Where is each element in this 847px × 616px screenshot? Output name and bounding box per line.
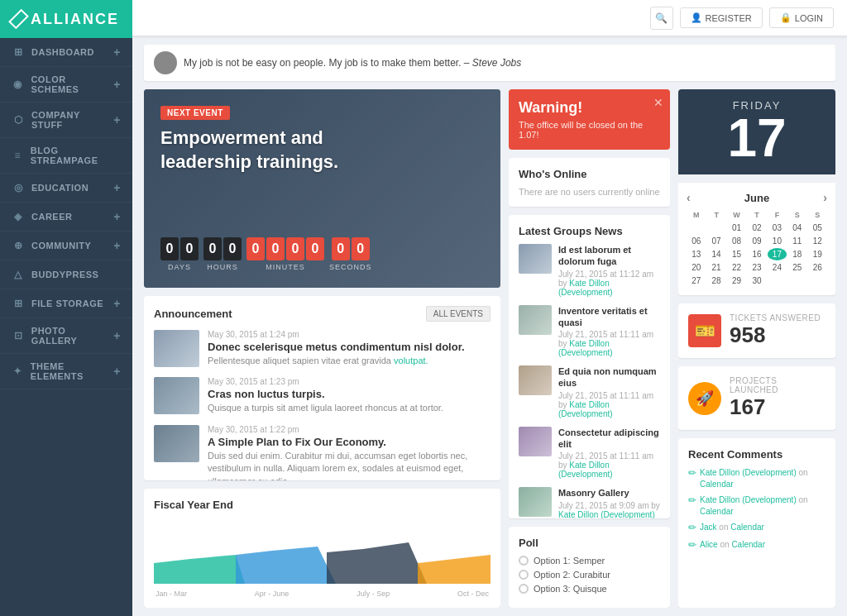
calendar-day[interactable]: 21: [706, 261, 725, 274]
countdown-days: 0 0 DAYS: [160, 237, 199, 271]
group-author[interactable]: Kate Dillon (Development): [558, 510, 655, 518]
calendar-day[interactable]: 19: [808, 248, 827, 260]
group-title[interactable]: Masonry Gallery: [558, 487, 660, 499]
tickets-stats: 🎫 TICKETS ANSWERED 958: [678, 303, 835, 358]
calendar-day[interactable]: 25: [787, 261, 806, 274]
sidebar-item-company-stuff[interactable]: ⬡ COMPANY STUFF +: [0, 103, 132, 138]
poll-options: Option 1: SemperOption 2: CurabiturOptio…: [519, 556, 660, 594]
group-title[interactable]: Ed quia non numquam eius: [558, 365, 660, 389]
sidebar-item-color-schemes[interactable]: ◉ COLOR SCHEMES +: [0, 67, 132, 103]
chart-label: Oct - Dec: [457, 590, 489, 598]
calendar-day[interactable]: 13: [687, 248, 706, 260]
calendar-day[interactable]: 11: [787, 235, 806, 247]
sidebar-item-buddypress[interactable]: △ BUDDYPRESS: [0, 260, 132, 289]
calendar-day[interactable]: 14: [706, 248, 725, 260]
comment-dot: ✏: [688, 538, 696, 552]
calendar-day[interactable]: 24: [768, 261, 787, 274]
calendar-day[interactable]: 23: [747, 261, 766, 274]
poll-radio[interactable]: [519, 570, 529, 580]
calendar-dow: S: [787, 209, 806, 221]
comment-author[interactable]: Kate Dillon (Development): [700, 468, 797, 477]
recent-comments-section: Recent Comments ✏ Kate Dillon (Developme…: [678, 438, 835, 608]
login-icon: 🔒: [780, 12, 792, 23]
warning-close-icon[interactable]: ✕: [653, 96, 663, 109]
ticket-icon: 🎫: [688, 314, 721, 347]
announcement-title-text[interactable]: Cras non luctus turpis.: [208, 388, 443, 400]
group-title[interactable]: Id est laborum et dolorum fuga: [558, 244, 660, 268]
poll-radio[interactable]: [519, 556, 529, 566]
calendar-day[interactable]: 08: [727, 235, 746, 247]
quote-author: Steve Jobs: [472, 57, 521, 69]
sidebar-item-community[interactable]: ⊕ COMMUNITY +: [0, 232, 132, 260]
comment-text: Alice on Calendar: [700, 539, 765, 551]
calendar-day[interactable]: 05: [808, 222, 827, 234]
announcement-title-text[interactable]: Donec scelerisque metus condimentum nisl…: [208, 341, 465, 353]
calendar-day[interactable]: 06: [687, 235, 706, 247]
calendar-day[interactable]: 27: [687, 275, 706, 287]
sidebar-label-career: CAREER: [31, 212, 72, 222]
warning-box: ✕ Warning! The office will be closed on …: [509, 89, 670, 150]
calendar-day[interactable]: 07: [706, 235, 725, 247]
announcement-link[interactable]: volutpat.: [394, 356, 428, 365]
poll-option[interactable]: Option 2: Curabitur: [519, 570, 660, 580]
chart-labels: Jan - MarApr - JuneJuly - SepOct - Dec: [154, 590, 490, 598]
sidebar-logo[interactable]: ALLIANCE: [0, 0, 132, 38]
calendar-today[interactable]: 17: [768, 248, 787, 260]
calendar-day[interactable]: 28: [706, 275, 725, 287]
comment-target[interactable]: Calendar: [700, 507, 734, 516]
sidebar-item-theme-elements[interactable]: ✦ THEME ELEMENTS +: [0, 354, 132, 389]
calendar-day[interactable]: 09: [747, 235, 766, 247]
sidebar-item-dashboard[interactable]: ⊞ DASHBOARD +: [0, 38, 132, 67]
comment-target[interactable]: Calendar: [731, 540, 765, 549]
search-icon[interactable]: 🔍: [650, 7, 673, 30]
comment-author[interactable]: Alice: [700, 540, 718, 549]
group-title[interactable]: Inventore veritatis et quasi: [558, 305, 660, 329]
comment-author[interactable]: Kate Dillon (Development): [700, 495, 797, 504]
calendar-day[interactable]: 16: [747, 248, 766, 260]
calendar-day[interactable]: 02: [747, 222, 766, 234]
sidebar-item-education[interactable]: ◎ EDUCATION +: [0, 174, 132, 203]
login-button[interactable]: 🔒 LOGIN: [769, 7, 834, 28]
announcement-content: May 30, 2015 at 1:23 pm Cras non luctus …: [208, 377, 443, 414]
sidebar-plus-community: +: [113, 239, 121, 252]
all-events-button[interactable]: ALL EVENTS: [426, 306, 490, 322]
calendar-day: [808, 275, 827, 287]
group-meta: July 21, 2015 at 11:12 am by Kate Dillon…: [558, 270, 660, 297]
calendar-day[interactable]: 15: [727, 248, 746, 260]
sidebar-plus-career: +: [113, 210, 121, 223]
calendar-day[interactable]: 03: [768, 222, 787, 234]
calendar-day[interactable]: 01: [727, 222, 746, 234]
calendar-day[interactable]: 30: [747, 275, 766, 287]
comment-target[interactable]: Calendar: [700, 480, 734, 489]
quote-avatar: [154, 51, 177, 74]
register-button[interactable]: 👤 REGISTER: [680, 7, 763, 28]
sidebar-icon-color-schemes: ◉: [12, 78, 24, 91]
calendar-day[interactable]: 22: [727, 261, 746, 274]
calendar-day[interactable]: 10: [768, 235, 787, 247]
right-column: FRIDAY 17 ‹ June › MTWTFSS01020304050607…: [678, 89, 835, 608]
sidebar: ALLIANCE ⊞ DASHBOARD + ◉ COLOR SCHEMES +…: [0, 0, 132, 616]
calendar-day[interactable]: 12: [808, 235, 827, 247]
svg-marker-0: [154, 555, 245, 584]
sidebar-item-blog-streampage[interactable]: ≡ BLOG STREAMPAGE: [0, 138, 132, 174]
sidebar-item-file-storage[interactable]: ⊞ FILE STORAGE +: [0, 289, 132, 318]
middle-column: ✕ Warning! The office will be closed on …: [509, 89, 670, 608]
comment-author[interactable]: Jack: [700, 523, 717, 532]
poll-option[interactable]: Option 1: Semper: [519, 556, 660, 566]
recent-comment-item: ✏ Alice on Calendar: [688, 539, 825, 552]
calendar-day[interactable]: 26: [808, 261, 827, 274]
calendar-day[interactable]: 04: [787, 222, 806, 234]
calendar-day[interactable]: 18: [787, 248, 806, 260]
poll-radio[interactable]: [519, 584, 529, 594]
calendar-day[interactable]: 20: [687, 261, 706, 274]
announcement-title-text[interactable]: A Simple Plan to Fix Our Economy.: [208, 436, 490, 448]
poll-section: Poll Option 1: SemperOption 2: Curabitur…: [509, 527, 670, 608]
calendar-day[interactable]: 29: [727, 275, 746, 287]
group-title[interactable]: Consectetur adipiscing elit: [558, 427, 660, 451]
calendar-prev-arrow[interactable]: ‹: [687, 191, 691, 204]
poll-option[interactable]: Option 3: Quisque: [519, 584, 660, 594]
comment-target[interactable]: Calendar: [730, 523, 764, 532]
sidebar-item-photo-gallery[interactable]: ⊡ PHOTO GALLERY +: [0, 318, 132, 354]
sidebar-item-career[interactable]: ◈ CAREER +: [0, 203, 132, 232]
calendar-next-arrow[interactable]: ›: [823, 191, 827, 204]
